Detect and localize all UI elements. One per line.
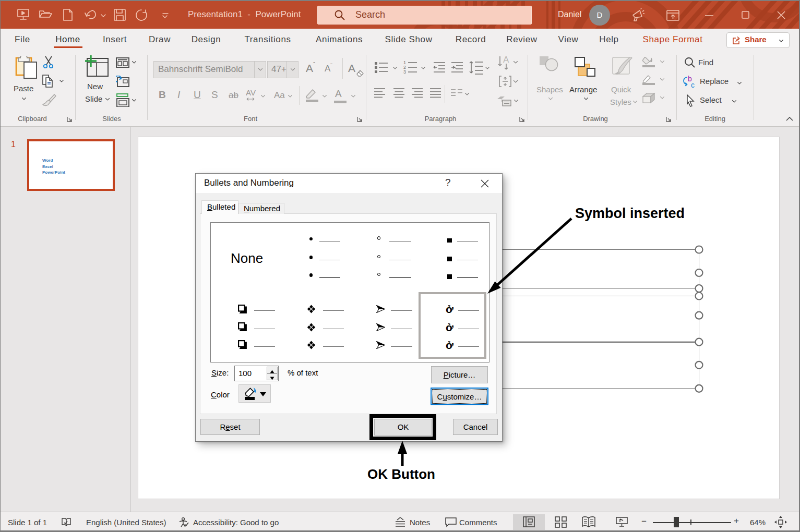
svg-text:AV: AV bbox=[246, 89, 256, 97]
svg-text:c: c bbox=[691, 81, 695, 88]
svg-text:A: A bbox=[503, 55, 509, 65]
svg-text:3: 3 bbox=[403, 69, 406, 75]
